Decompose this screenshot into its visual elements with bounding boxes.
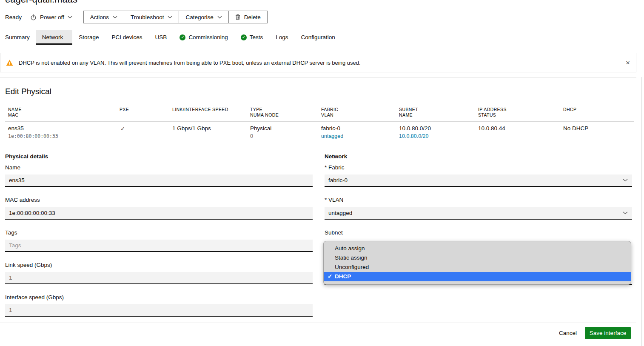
mac-address-label: MAC address: [5, 197, 40, 203]
check-icon: ✓: [328, 272, 332, 281]
trash-icon: [235, 14, 240, 20]
power-off-dropdown[interactable]: Power off: [30, 14, 72, 20]
iface-numa-node: 0: [250, 133, 253, 139]
chevron-down-icon: [623, 212, 628, 214]
footer-divider: [0, 323, 636, 323]
col-header-fabric-vlan: FABRICVLAN: [321, 107, 338, 118]
name-label: Name: [5, 164, 20, 171]
col-header-type-numa: TYPENUMA NODE: [250, 107, 279, 118]
col-header-dhcp: DHCP: [563, 107, 576, 112]
iface-ip-address: 10.0.80.44: [478, 125, 505, 132]
power-label: Power off: [40, 14, 64, 20]
tags-label: Tags: [5, 229, 17, 236]
name-input[interactable]: [5, 174, 313, 187]
col-header-name-mac: NAMEMAC: [8, 107, 22, 118]
page-title: eager-quail.maas: [5, 0, 77, 5]
subnet-dropdown-menu: Auto assign Static assign Unconfigured ✓…: [323, 241, 631, 285]
actions-button[interactable]: Actions: [84, 11, 124, 23]
tab-storage[interactable]: Storage: [72, 30, 105, 45]
subnet-option-auto-assign[interactable]: Auto assign: [324, 244, 631, 253]
link-speed-label: Link speed (Gbps): [5, 262, 52, 268]
table-header-divider: [5, 121, 634, 122]
chevron-down-icon: [68, 16, 72, 19]
vlan-select[interactable]: untagged: [325, 207, 632, 220]
warning-icon: [6, 60, 13, 66]
check-circle-icon: ✓: [241, 34, 247, 40]
tab-pci-devices[interactable]: PCI devices: [105, 30, 149, 45]
iface-dhcp-status: No DHCP: [563, 125, 588, 132]
machine-action-group: Actions Troubleshoot Categorise Delete: [83, 11, 268, 23]
tab-summary[interactable]: Summary: [5, 30, 36, 45]
iface-vlan-link[interactable]: untagged: [321, 133, 343, 139]
subnet-option-dhcp[interactable]: ✓ DHCP: [324, 272, 631, 281]
iface-mac: 1e:00:80:00:00:33: [8, 133, 58, 139]
machine-status: Ready: [5, 14, 22, 20]
banner-message: DHCP is not enabled on any VLAN. This wi…: [19, 60, 361, 66]
col-header-ip-status: IP ADDRESSSTATUS: [478, 107, 507, 118]
save-interface-button[interactable]: Save interface: [585, 327, 631, 339]
check-circle-icon: ✓: [180, 34, 185, 40]
categorise-button[interactable]: Categorise: [179, 11, 228, 23]
col-header-subnet-name: SUBNETNAME: [399, 107, 418, 118]
vlan-label: * VLAN: [325, 197, 343, 203]
iface-fabric: fabric-0: [321, 125, 340, 132]
pxe-check-icon: ✓: [120, 125, 125, 132]
interface-speed-input[interactable]: [5, 304, 313, 317]
machine-details-page: eager-quail.maas Ready Power off Actions…: [0, 0, 644, 346]
chevron-down-icon: [113, 16, 117, 19]
subnet-option-static-assign[interactable]: Static assign: [324, 253, 631, 263]
iface-name: ens35: [8, 125, 24, 132]
network-heading: Network: [325, 153, 347, 160]
iface-subnet: 10.0.80.0/20: [399, 125, 431, 132]
subnet-option-unconfigured[interactable]: Unconfigured: [324, 263, 631, 272]
edit-physical-title: Edit Physical: [5, 87, 51, 96]
mac-address-input[interactable]: [5, 207, 313, 220]
iface-speed: 1 Gbps/1 Gbps: [172, 125, 211, 132]
close-icon[interactable]: ×: [626, 59, 630, 66]
dhcp-warning-banner: DHCP is not enabled on any VLAN. This wi…: [0, 53, 636, 72]
tab-tests[interactable]: ✓ Tests: [234, 30, 270, 45]
troubleshoot-button[interactable]: Troubleshoot: [124, 11, 179, 23]
delete-button[interactable]: Delete: [229, 11, 267, 23]
link-speed-input[interactable]: [5, 272, 313, 284]
cancel-button[interactable]: Cancel: [553, 327, 583, 339]
tags-input[interactable]: [5, 240, 313, 252]
col-header-link-speed: LINK/INTERFACE SPEED: [172, 107, 228, 112]
iface-type: Physical: [250, 125, 271, 132]
tab-network[interactable]: Network: [36, 30, 73, 45]
fabric-select[interactable]: fabric-0: [325, 174, 632, 187]
fabric-label: * Fabric: [325, 164, 345, 171]
chevron-down-icon: [623, 179, 628, 182]
physical-details-heading: Physical details: [5, 153, 48, 160]
tab-usb[interactable]: USB: [149, 30, 174, 45]
subnet-label: Subnet: [325, 229, 343, 236]
scroll-track[interactable]: [641, 77, 642, 346]
tab-configuration[interactable]: Configuration: [294, 30, 341, 45]
chevron-down-icon: [168, 16, 172, 19]
action-bar: Ready Power off Actions Troubleshoot Cat…: [5, 11, 268, 23]
content-divider: [0, 77, 636, 77]
col-header-pxe: PXE: [120, 107, 129, 112]
power-icon: [30, 14, 37, 20]
interface-speed-label: Interface speed (Gbps): [5, 294, 64, 300]
iface-subnet-name-link[interactable]: 10.0.80.0/20: [399, 133, 429, 139]
tab-commissioning[interactable]: ✓ Commissioning: [173, 30, 234, 45]
machine-tabs: Summary Network Storage PCI devices USB …: [0, 30, 342, 45]
chevron-down-icon: [217, 16, 222, 19]
tab-logs[interactable]: Logs: [269, 30, 294, 45]
